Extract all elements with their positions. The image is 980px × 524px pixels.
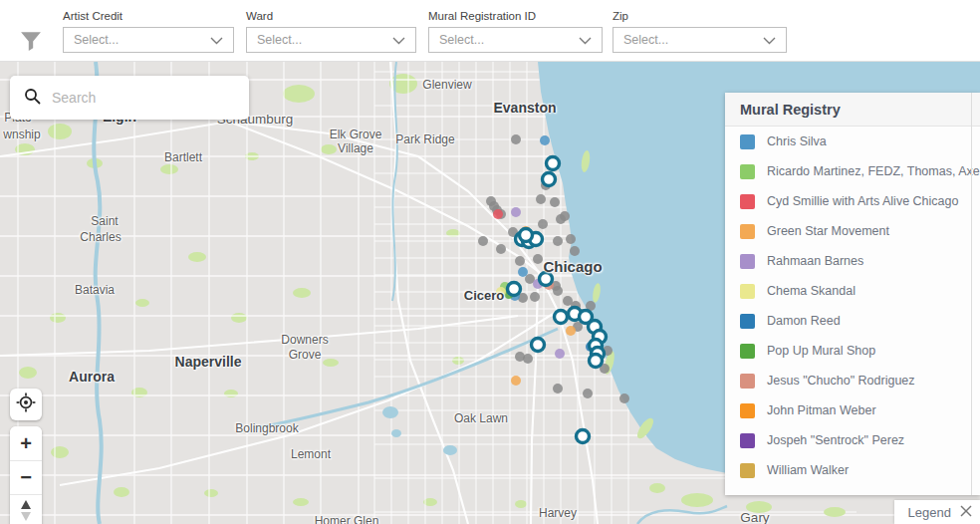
locate-button[interactable] [10, 389, 42, 420]
legend-swatch [740, 314, 755, 329]
legend-swatch [740, 254, 755, 269]
legend-item: Damon Reed [725, 306, 980, 336]
legend-swatch [740, 463, 755, 478]
mural-marker[interactable] [563, 296, 573, 306]
mural-marker[interactable] [590, 355, 603, 368]
search-input[interactable] [52, 90, 237, 106]
ward-select[interactable]: Select... [246, 27, 416, 53]
compass-icon [19, 500, 33, 524]
mural-marker[interactable] [540, 135, 550, 145]
mural-marker[interactable] [493, 209, 503, 219]
legend-item: William Walker [725, 455, 980, 485]
legend-item-label: Damon Reed [767, 314, 841, 328]
legend-item: Ricardo Martinez, FEDZ, Thomas, Axel [725, 156, 980, 186]
legend-swatch [740, 344, 755, 359]
legend-item: Cyd Smillie with Arts Alive Chicago [725, 186, 980, 216]
filter-label: Artist Credit [63, 10, 234, 22]
mural-registration-id-select[interactable]: Select... [428, 27, 603, 53]
mural-marker[interactable] [540, 273, 553, 286]
close-icon[interactable] [960, 503, 972, 521]
legend-swatch [740, 134, 755, 149]
mural-marker[interactable] [619, 393, 629, 403]
mural-marker[interactable] [515, 352, 525, 362]
filter-bar: Artist Credit Select... Ward Select... M… [0, 0, 980, 62]
filter-label: Zip [612, 10, 787, 22]
legend-item-label: Cyd Smillie with Arts Alive Chicago [767, 194, 958, 208]
mural-marker[interactable] [508, 283, 521, 296]
mural-marker[interactable] [520, 229, 533, 242]
mural-marker[interactable] [478, 236, 488, 246]
chevron-down-icon [210, 31, 223, 49]
zoom-controls: + − [10, 426, 42, 524]
legend-item: Jospeh "Sentrock" Perez [725, 425, 980, 455]
compass-button[interactable] [10, 494, 42, 524]
legend-item: Pop Up Mural Shop [725, 336, 980, 366]
legend-item: Green Star Movement [725, 216, 980, 246]
mural-marker[interactable] [555, 349, 565, 359]
zoom-out-button[interactable]: − [10, 460, 42, 494]
mural-marker[interactable] [553, 236, 563, 246]
mural-marker[interactable] [496, 287, 506, 297]
legend-panel: Mural Registry Chris SilvaRicardo Martin… [725, 93, 980, 495]
legend-item-label: William Walker [767, 463, 849, 477]
mural-marker[interactable] [553, 384, 563, 393]
legend-item-label: John Pitman Weber [767, 403, 876, 417]
mural-marker[interactable] [550, 197, 560, 207]
chevron-down-icon [763, 31, 776, 49]
mural-marker[interactable] [511, 376, 521, 386]
legend-title: Mural Registry [725, 93, 980, 127]
mural-marker[interactable] [533, 254, 543, 264]
chevron-down-icon [579, 31, 592, 49]
mural-marker[interactable] [496, 244, 506, 254]
zip-select[interactable]: Select... [612, 27, 787, 53]
mural-marker[interactable] [566, 234, 576, 244]
filter-funnel-icon [20, 30, 42, 56]
legend-item-label: Chema Skandal [767, 284, 856, 298]
mural-marker[interactable] [577, 430, 590, 443]
mural-marker[interactable] [543, 173, 556, 186]
legend-tab[interactable]: Legend [894, 500, 980, 524]
mural-marker[interactable] [547, 157, 560, 170]
mural-marker[interactable] [532, 339, 545, 352]
mural-marker[interactable] [530, 292, 540, 302]
legend-item-label: Ricardo Martinez, FEDZ, Thomas, Axel [767, 164, 980, 178]
legend-items: Chris SilvaRicardo Martinez, FEDZ, Thoma… [725, 127, 980, 485]
locate-icon [16, 393, 36, 416]
legend-swatch [740, 284, 755, 299]
mural-marker[interactable] [515, 256, 525, 266]
mural-registry-app: Artist Credit Select... Ward Select... M… [0, 0, 980, 524]
mural-marker[interactable] [518, 267, 528, 277]
filter-mural-registration-id: Mural Registration ID Select... [428, 10, 603, 53]
zoom-in-button[interactable]: + [10, 426, 42, 460]
legend-item: Chema Skandal [725, 276, 980, 306]
legend-tab-label: Legend [908, 505, 951, 520]
mural-marker[interactable] [553, 286, 563, 296]
mural-marker[interactable] [560, 211, 570, 221]
mural-marker[interactable] [566, 326, 576, 336]
legend-swatch [740, 403, 755, 418]
legend-swatch [740, 194, 755, 209]
legend-swatch [740, 164, 755, 179]
mural-marker[interactable] [511, 207, 521, 217]
map-search [10, 76, 249, 120]
legend-swatch [740, 433, 755, 448]
filter-zip: Zip Select... [612, 10, 787, 53]
mural-marker[interactable] [583, 389, 593, 398]
legend-item-label: Chris Silva [767, 134, 827, 148]
filter-label: Mural Registration ID [428, 10, 603, 22]
legend-item-label: Jospeh "Sentrock" Perez [767, 433, 904, 447]
filter-label: Ward [246, 10, 416, 22]
legend-item-label: Pop Up Mural Shop [767, 344, 875, 358]
mural-marker[interactable] [555, 311, 568, 324]
mural-marker[interactable] [536, 194, 546, 204]
legend-item: John Pitman Weber [725, 395, 980, 425]
legend-item-label: Jesus "Chucho" Rodriguez [767, 374, 915, 388]
legend-item: Rahmaan Barnes [725, 246, 980, 276]
mural-marker[interactable] [570, 246, 580, 256]
legend-scrollbar[interactable] [971, 93, 972, 495]
artist-credit-select[interactable]: Select... [63, 27, 234, 53]
mural-marker[interactable] [538, 219, 548, 229]
map-canvas[interactable]: GlenviewEvanstonPark RidgeElk GroveVilla… [0, 62, 980, 524]
mural-marker[interactable] [511, 134, 521, 144]
legend-item-label: Green Star Movement [767, 224, 889, 238]
